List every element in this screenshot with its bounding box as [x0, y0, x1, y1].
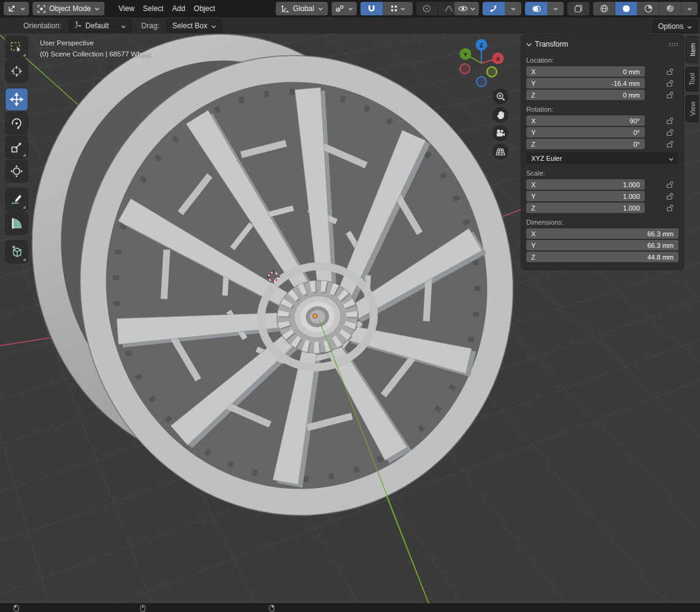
panel-collapse-chevron[interactable]: [526, 40, 532, 48]
dimensions-y-field[interactable]: Y66.3 mm: [526, 240, 679, 250]
location-y-field[interactable]: Y-16.4 mm: [526, 78, 645, 88]
menu-object[interactable]: Object: [190, 0, 220, 17]
proportional-editing-toggle[interactable]: [416, 2, 438, 15]
overlays-toggle[interactable]: [525, 2, 548, 15]
viewport-3d[interactable]: User Perspective (0) Scene Collection | …: [0, 34, 700, 603]
gizmos-toggle[interactable]: [483, 2, 505, 15]
shading-rendered-icon: [666, 4, 675, 13]
add-cube-tool[interactable]: [6, 241, 28, 263]
orientation-label: Orientation:: [23, 21, 61, 30]
zoom-button[interactable]: [492, 88, 508, 104]
tab-view[interactable]: View: [685, 95, 699, 122]
rotation-mode-dropdown[interactable]: XYZ Euler: [526, 152, 679, 164]
annotate-tool[interactable]: [6, 188, 28, 211]
gizmos-dropdown[interactable]: [505, 2, 521, 15]
shading-material-button[interactable]: [637, 2, 659, 15]
location-z-field[interactable]: Z0 mm: [526, 90, 645, 100]
snap-toggle[interactable]: [360, 2, 383, 15]
lock-location-y[interactable]: [666, 79, 674, 87]
rotation-z-field[interactable]: Z0°: [526, 139, 645, 149]
gizmo-axis-y[interactable]: Y: [460, 48, 472, 60]
lock-rotation-x[interactable]: [666, 117, 674, 125]
menu-select[interactable]: Select: [139, 0, 168, 17]
scale-x-field[interactable]: X1.000: [526, 179, 645, 190]
orientation-dropdown[interactable]: Default: [69, 19, 131, 33]
falloff-curve-icon: [445, 5, 453, 12]
viewport-info-text: User Perspective (0) Scene Collection | …: [40, 37, 151, 60]
scale-z-field[interactable]: Z1.000: [526, 203, 645, 213]
scale-tool[interactable]: [6, 136, 28, 158]
chevron-down-icon: [669, 155, 674, 162]
tab-item[interactable]: Item: [685, 36, 699, 63]
sidebar-tabs: Item Tool View: [685, 36, 699, 122]
transform-tool[interactable]: [6, 160, 28, 182]
shading-material-icon: [644, 4, 653, 13]
move-tool[interactable]: [6, 88, 28, 110]
svg-text:Z: Z: [480, 42, 483, 48]
gizmo-arrow-icon: [489, 4, 498, 13]
shading-wireframe-button[interactable]: [593, 2, 615, 15]
orthographic-toggle-button[interactable]: [492, 144, 508, 160]
mode-dropdown[interactable]: Object Mode: [33, 2, 104, 15]
menu-view[interactable]: View: [114, 0, 139, 17]
lock-location-x[interactable]: [666, 68, 674, 76]
drag-label: Drag:: [141, 21, 159, 30]
pan-button[interactable]: [492, 107, 508, 123]
scale-label: Scale:: [521, 165, 683, 179]
lock-scale-z[interactable]: [666, 204, 674, 212]
shading-solid-button[interactable]: [615, 2, 637, 15]
gizmo-axis-x[interactable]: X: [492, 53, 504, 64]
transform-panel: Transform Location: X0 mm Y-16.4 mm Z0 m…: [521, 35, 683, 269]
xray-toggle[interactable]: [567, 2, 589, 15]
panel-title: Transform: [535, 40, 568, 48]
lock-scale-x[interactable]: [666, 180, 674, 188]
lock-rotation-z[interactable]: [666, 140, 674, 148]
gizmo-axis-z[interactable]: Z: [476, 39, 488, 51]
mode-dropdown-label: Object Mode: [49, 4, 91, 13]
camera-view-button[interactable]: [492, 125, 508, 141]
orientation-dropdown-label: Default: [85, 21, 109, 30]
options-dropdown[interactable]: Options: [653, 20, 698, 33]
magnet-icon: [367, 4, 376, 13]
tool-settings-bar: Orientation: Default Drag: Select Box Op…: [0, 17, 700, 34]
rotation-y-field[interactable]: Y0°: [526, 127, 645, 138]
dimensions-x-field[interactable]: X66.3 mm: [526, 228, 679, 239]
dimensions-z-field[interactable]: Z44.8 mm: [526, 252, 679, 262]
viewport-header: Object Mode View Select Add Object Globa…: [0, 0, 700, 17]
shading-dropdown[interactable]: [682, 2, 698, 15]
overlays-dropdown[interactable]: [548, 2, 564, 15]
rotation-x-field[interactable]: X90°: [526, 115, 645, 126]
menu-add[interactable]: Add: [168, 0, 189, 17]
drag-dropdown[interactable]: Select Box: [166, 19, 221, 33]
mouse-middle-icon: [140, 605, 146, 612]
tab-tool[interactable]: Tool: [685, 67, 699, 91]
chevron-down-icon: [400, 7, 405, 10]
drag-dropdown-label: Select Box: [172, 21, 207, 30]
measure-tool[interactable]: [6, 212, 28, 234]
lock-location-z[interactable]: [666, 91, 674, 99]
pivot-point-dropdown[interactable]: [332, 2, 357, 15]
transform-orientation-dropdown[interactable]: Global: [276, 2, 328, 15]
lock-rotation-y[interactable]: [666, 128, 674, 136]
rotate-tool[interactable]: [6, 112, 28, 134]
dimensions-label: Dimensions:: [521, 214, 683, 228]
cursor-tool[interactable]: [6, 60, 28, 82]
show-gizmo-dropdown[interactable]: [454, 2, 479, 15]
snap-settings-dropdown[interactable]: [383, 2, 413, 15]
select-box-tool[interactable]: [6, 36, 28, 58]
gizmo-axis-x-neg[interactable]: [460, 64, 470, 74]
editor-type-button[interactable]: [4, 2, 29, 15]
transform-orientation-label: Global: [293, 4, 314, 13]
lock-scale-y[interactable]: [666, 192, 674, 200]
mouse-left-icon: [14, 605, 19, 612]
scale-y-field[interactable]: Y1.000: [526, 191, 645, 201]
shading-rendered-button[interactable]: [659, 2, 682, 15]
gizmo-axis-z-neg[interactable]: [476, 77, 486, 87]
navigation-gizmo[interactable]: Z Y X: [459, 35, 505, 88]
panel-grip-icon[interactable]: [669, 40, 679, 48]
snap-with-icon: [391, 5, 398, 12]
gizmo-axis-y-neg[interactable]: [487, 67, 497, 77]
location-x-field[interactable]: X0 mm: [526, 66, 645, 77]
chevron-down-icon: [687, 7, 692, 10]
editor-3d-viewport-icon: [7, 4, 17, 13]
